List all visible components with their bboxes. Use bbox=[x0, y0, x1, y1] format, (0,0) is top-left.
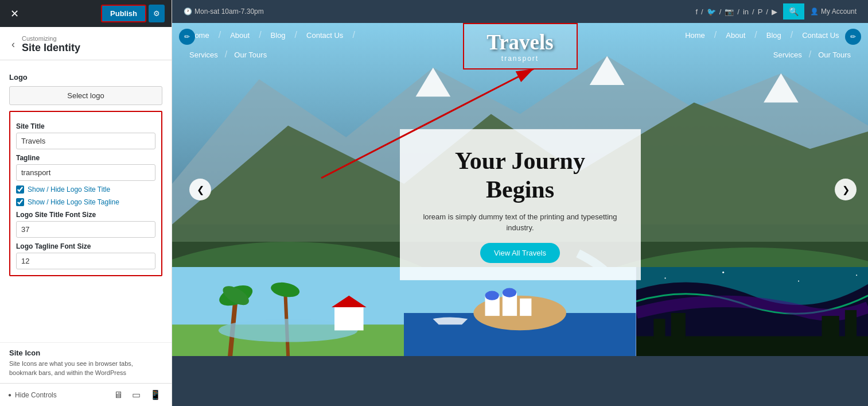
show-hide-title-label: Show / Hide Logo Site Title bbox=[28, 185, 110, 194]
site-icon-description: Site Icons are what you see in browser t… bbox=[9, 359, 162, 377]
svg-point-30 bbox=[664, 277, 665, 279]
card-2 bbox=[404, 267, 636, 356]
logo-section-label: Logo bbox=[9, 73, 162, 82]
linkedin-icon: in bbox=[743, 7, 749, 16]
hero-content-box: Your JournyBegins loream is simply dummy… bbox=[400, 129, 641, 280]
site-logo-title: Travels bbox=[481, 30, 559, 55]
select-logo-button[interactable]: Select logo bbox=[9, 86, 162, 105]
logo-font-size-label: Logo Site Title Font Size bbox=[16, 211, 155, 219]
show-hide-tagline-checkbox[interactable] bbox=[16, 198, 24, 206]
site-identity-title: Site Identity bbox=[22, 42, 80, 54]
website-preview: 🕐 Mon-sat 10am-7.30pm f / 🐦 / 📷 / in / P… bbox=[172, 0, 868, 406]
svg-point-33 bbox=[856, 274, 857, 276]
edit-pencil-left[interactable]: ✏ bbox=[179, 29, 195, 45]
close-button[interactable]: ✕ bbox=[7, 6, 22, 21]
show-hide-tagline-row: Show / Hide Logo Site Tagline bbox=[16, 198, 155, 206]
top-bar-right: f / 🐦 / 📷 / in / P / ▶ 🔍 👤 My Account bbox=[695, 3, 857, 20]
show-hide-title-row: Show / Hide Logo Site Title bbox=[16, 185, 155, 194]
facebook-icon: f bbox=[695, 7, 698, 16]
nav-blog-left[interactable]: Blog bbox=[271, 31, 286, 40]
site-title-label: Site Title bbox=[16, 122, 155, 130]
svg-rect-26 bbox=[520, 299, 531, 316]
carousel-arrow-right[interactable]: ❯ bbox=[835, 179, 857, 200]
account-label: My Account bbox=[821, 7, 857, 16]
search-button[interactable]: 🔍 bbox=[783, 3, 804, 20]
tagline-font-size-label: Logo Tagline Font Size bbox=[16, 242, 155, 250]
show-hide-title-checkbox[interactable] bbox=[16, 185, 24, 194]
nav-left: Home / About / Blog / Contact Us / bbox=[189, 30, 355, 40]
carousel-arrow-left[interactable]: ❮ bbox=[189, 179, 211, 200]
bottom-bar: ● Hide Controls 🖥 ▭ 📱 bbox=[0, 383, 172, 406]
edit-pencil-right[interactable]: ✏ bbox=[845, 29, 861, 45]
youtube-icon: ▶ bbox=[772, 7, 777, 16]
site-icon-section: Site Icon Site Icons are what you see in… bbox=[0, 342, 172, 383]
top-bar-hours: Mon-sat 10am-7.30pm bbox=[194, 7, 264, 16]
site-title-input[interactable] bbox=[16, 133, 155, 149]
svg-point-32 bbox=[798, 280, 799, 281]
svg-rect-37 bbox=[822, 316, 839, 339]
site-icon-label: Site Icon bbox=[9, 349, 162, 357]
svg-point-28 bbox=[503, 288, 516, 297]
social-icons: f / 🐦 / 📷 / in / P / ▶ bbox=[695, 7, 777, 16]
nav-our-tours-left[interactable]: Our Tours bbox=[234, 51, 267, 59]
svg-rect-18 bbox=[334, 307, 364, 330]
svg-rect-35 bbox=[653, 319, 665, 339]
tagline-label: Tagline bbox=[16, 154, 155, 162]
logo-font-size-input[interactable] bbox=[16, 221, 155, 238]
card-3 bbox=[636, 267, 868, 356]
customizing-label: Customizing bbox=[22, 35, 80, 42]
device-icons: 🖥 ▭ 📱 bbox=[111, 388, 164, 401]
pinterest-icon: P bbox=[758, 7, 763, 16]
hide-controls-label: Hide Controls bbox=[15, 391, 57, 399]
hide-controls-button[interactable]: ● Hide Controls bbox=[8, 391, 57, 399]
top-bar: ✕ Publish ⚙ bbox=[0, 0, 172, 27]
show-hide-tagline-label: Show / Hide Logo Site Tagline bbox=[28, 198, 119, 206]
gear-button[interactable]: ⚙ bbox=[149, 5, 165, 22]
tagline-font-size-input[interactable] bbox=[16, 253, 155, 269]
svg-point-31 bbox=[722, 272, 724, 273]
nav-about-left[interactable]: About bbox=[230, 31, 250, 40]
twitter-icon: 🐦 bbox=[707, 7, 716, 16]
customizing-header: ‹ Customizing Site Identity bbox=[0, 27, 172, 60]
nav-services-right-link[interactable]: Services bbox=[773, 51, 802, 59]
nav-right: Home / About / Blog / Contact Us / bbox=[685, 30, 851, 40]
tablet-view-button[interactable]: ▭ bbox=[130, 388, 143, 401]
hero-area: ✏ Home / About / Blog / Contact Us / Hom… bbox=[172, 23, 868, 356]
svg-rect-36 bbox=[671, 313, 685, 339]
website-preview-inner: 🕐 Mon-sat 10am-7.30pm f / 🐦 / 📷 / in / P… bbox=[172, 0, 868, 406]
top-bar-left: 🕐 Mon-sat 10am-7.30pm bbox=[184, 7, 264, 16]
card-1 bbox=[172, 267, 404, 356]
customizer-panel: ✕ Publish ⚙ ‹ Customizing Site Identity … bbox=[0, 0, 172, 406]
site-logo-tagline: transport bbox=[481, 55, 559, 63]
hide-controls-icon: ● bbox=[8, 392, 11, 398]
back-button[interactable]: ‹ bbox=[9, 38, 17, 51]
nav-services[interactable]: Services bbox=[189, 51, 218, 59]
outlined-fields-section: Site Title Tagline Show / Hide Logo Site… bbox=[9, 111, 162, 276]
account-icon: 👤 bbox=[810, 7, 819, 16]
site-top-bar: 🕐 Mon-sat 10am-7.30pm f / 🐦 / 📷 / in / P… bbox=[172, 0, 868, 23]
clock-icon: 🕐 bbox=[184, 7, 192, 16]
hero-title: Your JournyBegins bbox=[423, 146, 618, 204]
nav-home-right[interactable]: Home bbox=[685, 31, 705, 40]
nav-services-right: Services / Our Tours bbox=[773, 49, 851, 60]
mobile-view-button[interactable]: 📱 bbox=[147, 388, 164, 401]
account-button[interactable]: 👤 My Account bbox=[810, 7, 857, 16]
tagline-input[interactable] bbox=[16, 164, 155, 181]
nav-contact-right[interactable]: Contact Us bbox=[802, 31, 839, 40]
hero-description: loream is simply dummy text of the print… bbox=[423, 211, 618, 234]
svg-rect-38 bbox=[845, 310, 857, 339]
nav-services-left: Services / Our Tours bbox=[189, 49, 267, 60]
site-logo-box: Travels transport bbox=[463, 23, 578, 69]
nav-contact-left[interactable]: Contact Us bbox=[306, 31, 343, 40]
svg-point-27 bbox=[485, 291, 499, 300]
svg-rect-34 bbox=[636, 336, 868, 356]
desktop-view-button[interactable]: 🖥 bbox=[111, 388, 125, 401]
instagram-icon: 📷 bbox=[725, 7, 734, 16]
panel-content: Logo Select logo Site Title Tagline Show… bbox=[0, 60, 172, 342]
nav-our-tours-right[interactable]: Our Tours bbox=[818, 51, 851, 59]
nav-blog-right[interactable]: Blog bbox=[766, 31, 781, 40]
view-all-travels-button[interactable]: View All Travels bbox=[480, 243, 560, 263]
publish-button[interactable]: Publish bbox=[101, 5, 146, 22]
nav-about-right[interactable]: About bbox=[726, 31, 745, 40]
bottom-cards bbox=[172, 267, 868, 356]
